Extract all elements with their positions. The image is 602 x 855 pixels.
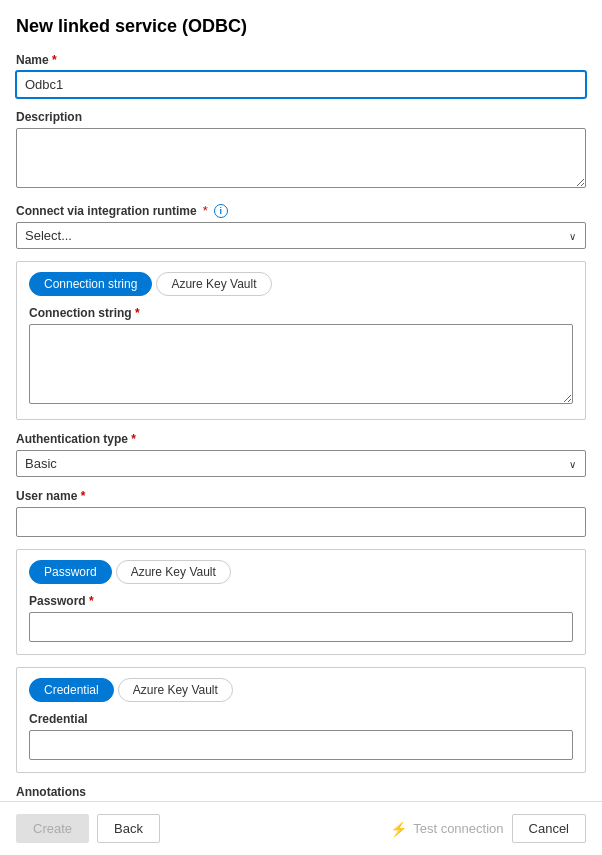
description-label: Description bbox=[16, 110, 586, 124]
credential-inner-group: Credential bbox=[29, 712, 573, 760]
runtime-select[interactable]: Select... bbox=[16, 222, 586, 249]
password-input[interactable] bbox=[29, 612, 573, 642]
credential-label: Credential bbox=[29, 712, 573, 726]
credential-input[interactable] bbox=[29, 730, 573, 760]
connection-string-input[interactable] bbox=[29, 324, 573, 404]
password-tabs: Password Azure Key Vault bbox=[29, 550, 573, 584]
conn-string-inner-group: Connection string * bbox=[29, 306, 573, 407]
tab-azure-key-vault-password[interactable]: Azure Key Vault bbox=[116, 560, 231, 584]
conn-string-label: Connection string * bbox=[29, 306, 573, 320]
runtime-group: Connect via integration runtime * i Sele… bbox=[16, 203, 586, 249]
tab-azure-key-vault-conn[interactable]: Azure Key Vault bbox=[156, 272, 271, 296]
password-section: Password Azure Key Vault Password * bbox=[16, 549, 586, 655]
description-input[interactable] bbox=[16, 128, 586, 188]
cancel-button[interactable]: Cancel bbox=[512, 814, 586, 843]
tab-password[interactable]: Password bbox=[29, 560, 112, 584]
credential-section: Credential Azure Key Vault Credential bbox=[16, 667, 586, 773]
credential-tabs: Credential Azure Key Vault bbox=[29, 668, 573, 702]
annotations-label: Annotations bbox=[16, 785, 586, 799]
name-input[interactable] bbox=[16, 71, 586, 98]
auth-type-select-wrapper[interactable]: Basic ∨ bbox=[16, 450, 586, 477]
auth-type-label: Authentication type * bbox=[16, 432, 586, 446]
runtime-info-icon: i bbox=[214, 204, 228, 218]
page-title: New linked service (ODBC) bbox=[16, 16, 586, 37]
lightning-icon: ⚡ bbox=[390, 821, 407, 837]
test-connection-button[interactable]: ⚡ Test connection bbox=[390, 815, 503, 843]
runtime-select-wrapper[interactable]: Select... ∨ bbox=[16, 222, 586, 249]
back-button[interactable]: Back bbox=[97, 814, 160, 843]
username-label: User name * bbox=[16, 489, 586, 503]
password-inner-group: Password * bbox=[29, 594, 573, 642]
username-group: User name * bbox=[16, 489, 586, 537]
password-label: Password * bbox=[29, 594, 573, 608]
create-button[interactable]: Create bbox=[16, 814, 89, 843]
tab-connection-string[interactable]: Connection string bbox=[29, 272, 152, 296]
connection-string-section: Connection string Azure Key Vault Connec… bbox=[16, 261, 586, 420]
name-label: Name * bbox=[16, 53, 586, 67]
name-group: Name * bbox=[16, 53, 586, 98]
footer: Create Back ⚡ Test connection Cancel bbox=[0, 801, 602, 855]
tab-azure-key-vault-credential[interactable]: Azure Key Vault bbox=[118, 678, 233, 702]
auth-type-select[interactable]: Basic bbox=[16, 450, 586, 477]
connection-string-tabs: Connection string Azure Key Vault bbox=[29, 262, 573, 296]
tab-credential[interactable]: Credential bbox=[29, 678, 114, 702]
username-input[interactable] bbox=[16, 507, 586, 537]
description-group: Description bbox=[16, 110, 586, 191]
runtime-label: Connect via integration runtime bbox=[16, 204, 197, 218]
auth-type-group: Authentication type * Basic ∨ bbox=[16, 432, 586, 477]
